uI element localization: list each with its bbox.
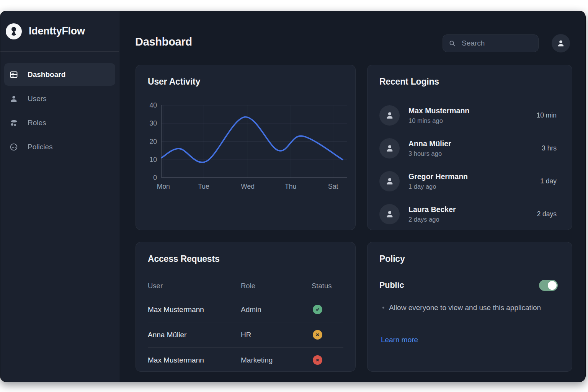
recent-logins-list: Max Mustermann10 mins ago10 minAnna Müli… (379, 99, 557, 230)
login-name: Max Mustermann (408, 106, 469, 115)
sidebar-item-roles[interactable]: Roles (4, 111, 115, 134)
sidebar-nav: DashboardUsersRolesPolicies (0, 63, 119, 158)
activity-line-series (162, 117, 343, 163)
y-tick-label: 0 (153, 174, 157, 181)
page-title: Dashboard (135, 36, 192, 48)
login-time-ago: 1 day ago (408, 183, 468, 190)
table-row[interactable]: Max MustermannAdmin (148, 297, 343, 322)
person-icon (384, 176, 395, 186)
login-time-short: 3 hrs (542, 144, 557, 152)
login-avatar (379, 171, 400, 191)
person-icon (384, 110, 395, 121)
recent-logins-title: Recent Logins (379, 77, 572, 87)
search-icon (448, 39, 456, 47)
column-header: Role (241, 282, 312, 290)
x-tick-label: Tue (198, 183, 209, 190)
login-name: Gregor Hermann (408, 172, 468, 181)
status-pending-icon (313, 330, 322, 340)
policies-icon (9, 142, 18, 152)
cell-user: Anna Mülier (148, 331, 241, 339)
dashboard-icon (9, 70, 18, 79)
person-icon (384, 209, 395, 219)
cell-user: Max Mustermann (148, 305, 241, 314)
column-header: User (148, 282, 241, 290)
login-time-short: 2 days (537, 210, 557, 218)
x-tick-label: Thu (285, 183, 296, 190)
login-avatar (379, 105, 400, 126)
column-header: Status (312, 282, 343, 290)
login-time-ago: 10 mins ago (408, 117, 469, 124)
app-logo-keyhole-icon (6, 23, 22, 39)
bullet-dot (382, 307, 384, 309)
person-icon (556, 38, 566, 48)
cell-role: Admin (241, 305, 312, 314)
access-requests-title: Access Requests (148, 254, 355, 264)
learn-more-link[interactable]: Learn more (381, 336, 418, 344)
user-activity-card: User Activity 010203040MonTueWedThuSat (136, 65, 356, 230)
table-header-row: UserRoleStatus (148, 275, 343, 297)
cell-user: Max Mustermann (148, 356, 241, 364)
login-time-short: 10 min (536, 111, 557, 119)
status-approved-icon (313, 305, 322, 314)
sidebar-item-dashboard[interactable]: Dashboard (4, 63, 115, 86)
login-time-ago: 2 days ago (408, 216, 456, 223)
login-avatar (379, 204, 400, 224)
user-avatar[interactable] (552, 34, 570, 52)
main-area: Dashboard User Activity 010203040MonTueW… (119, 11, 585, 382)
x-tick-label: Sat (328, 183, 338, 190)
login-time-ago: 3 hours ago (408, 150, 451, 157)
y-tick-label: 30 (150, 119, 157, 127)
login-list-item[interactable]: Max Mustermann10 mins ago10 min (379, 99, 557, 132)
roles-icon (9, 118, 18, 127)
x-tick-label: Wed (241, 183, 255, 190)
person-icon (384, 143, 395, 154)
toggle-knob (548, 281, 557, 290)
login-time-short: 1 day (540, 177, 557, 185)
app-name: IdenttyFlow (29, 25, 85, 37)
sidebar-item-label: Roles (28, 119, 46, 127)
search-field[interactable] (461, 39, 533, 48)
sidebar-item-policies[interactable]: Policies (4, 136, 115, 158)
sidebar-item-label: Dashboard (28, 70, 65, 79)
status-denied-icon (313, 355, 322, 365)
policy-card: Policy Public Allow everyone to view and… (367, 242, 572, 372)
login-name: Anna Mülier (408, 139, 451, 148)
login-name: Laura Becker (408, 205, 456, 214)
user-activity-line-chart: 010203040MonTueWedThuSat (136, 65, 356, 230)
y-tick-label: 40 (150, 101, 157, 109)
x-tick-label: Mon (157, 183, 170, 190)
y-tick-label: 20 (150, 138, 157, 145)
search-input[interactable] (443, 34, 539, 52)
app-window: IdenttyFlow DashboardUsersRolesPolicies … (0, 11, 586, 382)
login-list-item[interactable]: Laura Becker2 days ago2 days (379, 198, 557, 230)
table-row[interactable]: Anna MülierHR (148, 322, 343, 348)
policy-description: Allow everyone to view and use this appl… (389, 302, 541, 314)
policy-title: Policy (379, 254, 572, 264)
sidebar-item-label: Policies (28, 143, 52, 151)
access-requests-card: Access Requests UserRoleStatusMax Muster… (136, 242, 356, 372)
y-tick-label: 10 (150, 156, 157, 163)
recent-logins-card: Recent Logins Max Mustermann10 mins ago1… (367, 65, 572, 230)
access-requests-table: UserRoleStatusMax MustermannAdminAnna Mü… (148, 275, 343, 372)
sidebar-header: IdenttyFlow (0, 11, 119, 52)
sidebar-item-label: Users (28, 95, 47, 103)
public-toggle[interactable] (539, 280, 558, 291)
login-list-item[interactable]: Gregor Hermann1 day ago1 day (379, 165, 557, 198)
policy-name: Public (379, 281, 404, 290)
login-list-item[interactable]: Anna Mülier3 hours ago3 hrs (379, 132, 557, 165)
sidebar: IdenttyFlow DashboardUsersRolesPolicies (0, 11, 119, 382)
table-row[interactable]: Max MustermannMarketing (148, 348, 343, 372)
cell-role: HR (241, 331, 312, 339)
cell-role: Marketing (241, 356, 312, 364)
sidebar-item-users[interactable]: Users (4, 87, 115, 110)
users-icon (9, 94, 18, 103)
login-avatar (379, 138, 400, 158)
